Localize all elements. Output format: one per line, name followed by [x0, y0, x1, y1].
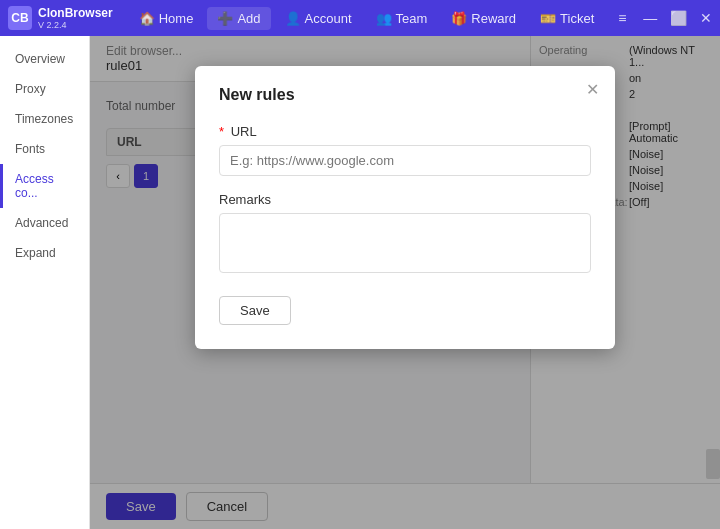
sidebar: Overview Proxy Timezones Fonts Access co…	[0, 36, 90, 529]
sidebar-item-advanced[interactable]: Advanced	[0, 208, 89, 238]
url-label: * URL	[219, 124, 591, 139]
remarks-form-group: Remarks	[219, 192, 591, 276]
titlebar: CB ClonBrowser V 2.2.4 🏠 Home ➕ Add 👤 Ac…	[0, 0, 720, 36]
remarks-label: Remarks	[219, 192, 591, 207]
window-controls: ≡ — ⬜ ✕	[612, 8, 716, 28]
sidebar-item-fonts[interactable]: Fonts	[0, 134, 89, 164]
modal-save-button[interactable]: Save	[219, 296, 291, 325]
app-name-block: ClonBrowser V 2.2.4	[38, 6, 113, 30]
sidebar-item-access-control[interactable]: Access co...	[0, 164, 89, 208]
nav-add[interactable]: ➕ Add	[207, 7, 270, 30]
sidebar-item-expand[interactable]: Expand	[0, 238, 89, 268]
nav-home[interactable]: 🏠 Home	[129, 7, 204, 30]
close-icon[interactable]: ✕	[696, 8, 716, 28]
url-input[interactable]	[219, 145, 591, 176]
url-form-group: * URL	[219, 124, 591, 176]
nav-team[interactable]: 👥 Team	[366, 7, 438, 30]
minimize-icon[interactable]: —	[640, 8, 660, 28]
maximize-icon[interactable]: ⬜	[668, 8, 688, 28]
nav-reward[interactable]: 🎁 Reward	[441, 7, 526, 30]
app-logo: CB ClonBrowser V 2.2.4	[8, 6, 113, 30]
modal-close-button[interactable]: ✕	[586, 82, 599, 98]
sidebar-item-overview[interactable]: Overview	[0, 44, 89, 74]
modal-title: New rules	[219, 86, 591, 104]
nav-ticket[interactable]: 🎫 Ticket	[530, 7, 604, 30]
nav-bar: 🏠 Home ➕ Add 👤 Account 👥 Team 🎁 Reward 🎫…	[129, 7, 605, 30]
new-rules-modal: New rules ✕ * URL Remarks Save	[195, 66, 615, 349]
logo-icon: CB	[8, 6, 32, 30]
sidebar-item-proxy[interactable]: Proxy	[0, 74, 89, 104]
nav-account[interactable]: 👤 Account	[275, 7, 362, 30]
sidebar-item-timezones[interactable]: Timezones	[0, 104, 89, 134]
remarks-input[interactable]	[219, 213, 591, 273]
main-area: Overview Proxy Timezones Fonts Access co…	[0, 36, 720, 529]
menu-icon[interactable]: ≡	[612, 8, 632, 28]
app-name: ClonBrowser	[38, 6, 113, 20]
content-area: Edit browser... rule01 Total number ⊕ Ne…	[90, 36, 720, 529]
required-star: *	[219, 124, 224, 139]
app-version: V 2.2.4	[38, 20, 113, 30]
modal-overlay: New rules ✕ * URL Remarks Save	[90, 36, 720, 529]
